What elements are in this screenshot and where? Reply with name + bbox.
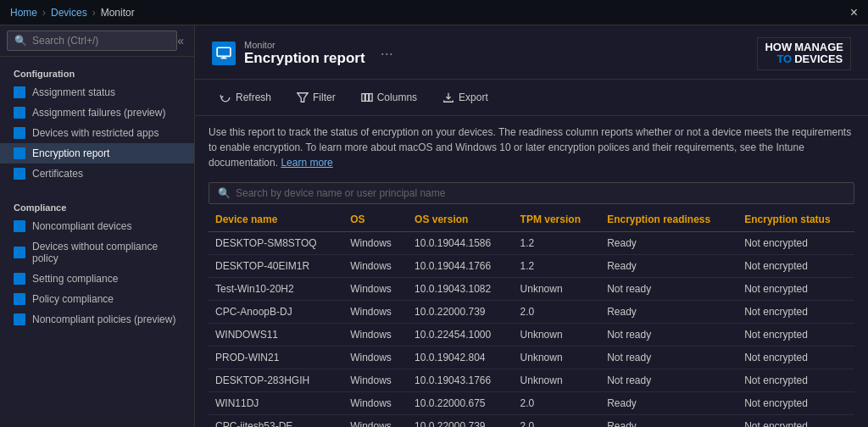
- table-row[interactable]: PROD-WIN21Windows10.0.19042.804UnknownNo…: [209, 346, 854, 369]
- table-row[interactable]: CPC-jitesh53-DEWindows10.0.22000.7392.0R…: [209, 414, 854, 427]
- sidebar-collapse-button[interactable]: «: [177, 34, 184, 47]
- col-header-os[interactable]: OS: [343, 208, 408, 232]
- cell-tpm_version: Unknown: [514, 369, 601, 391]
- sidebar-item-certificates[interactable]: Certificates: [0, 164, 194, 184]
- svg-rect-4: [362, 93, 365, 101]
- search-icon: 🔍: [14, 35, 27, 47]
- cell-os: Windows: [343, 391, 408, 414]
- refresh-button[interactable]: Refresh: [209, 86, 282, 108]
- cell-tpm_version: 1.2: [514, 254, 601, 277]
- nav-icon-devices-without-policy: [14, 247, 25, 258]
- svg-marker-3: [298, 92, 308, 102]
- info-text: Use this report to track the status of e…: [195, 116, 868, 177]
- cell-encryption_readiness: Ready: [600, 414, 737, 427]
- header-ellipsis[interactable]: ···: [381, 45, 393, 63]
- table-search-input[interactable]: [236, 187, 845, 199]
- table-search-icon: 🔍: [218, 187, 231, 199]
- cell-tpm_version: 1.2: [514, 231, 601, 254]
- sidebar-item-devices-without-policy[interactable]: Devices without compliance policy: [0, 236, 194, 269]
- cell-encryption_status: Not encrypted: [737, 323, 854, 346]
- cell-encryption_status: Not encrypted: [737, 391, 854, 414]
- filter-button[interactable]: Filter: [286, 86, 347, 108]
- export-icon: [442, 92, 454, 103]
- cell-device_name: CPC-AnoopB-DJ: [209, 300, 343, 323]
- breadcrumb-devices[interactable]: Devices: [51, 7, 87, 19]
- nav-icon-policy-compliance: [14, 293, 25, 305]
- header-text: Monitor Encryption report: [244, 40, 365, 67]
- nav-label-noncompliant-devices: Noncompliant devices: [32, 220, 131, 232]
- close-button[interactable]: ×: [850, 5, 858, 20]
- nav-label-setting-compliance: Setting compliance: [32, 273, 118, 285]
- cell-device_name: WIN11DJ: [209, 391, 343, 414]
- logo-to: TO: [776, 53, 792, 65]
- columns-button[interactable]: Columns: [350, 86, 428, 108]
- monitor-icon: [212, 42, 236, 65]
- content-header: Monitor Encryption report ··· HOW TO MAN…: [195, 25, 868, 80]
- main-content: Monitor Encryption report ··· HOW TO MAN…: [195, 25, 868, 427]
- table-container[interactable]: Device name OS OS version TPM version En…: [195, 208, 868, 427]
- cell-tpm_version: Unknown: [514, 323, 601, 346]
- svg-rect-0: [217, 48, 231, 57]
- breadcrumb-sep2: ›: [92, 7, 96, 19]
- cell-device_name: CPC-jitesh53-DE: [209, 414, 343, 427]
- cell-encryption_readiness: Ready: [600, 254, 737, 277]
- logo: HOW TO MANAGE DEVICES: [757, 37, 851, 70]
- table-row[interactable]: WINDOWS11Windows10.0.22454.1000UnknownNo…: [209, 323, 854, 346]
- export-label: Export: [459, 92, 488, 103]
- nav-icon-assignment-failures: [14, 107, 25, 119]
- nav-icon-encryption-report: [14, 147, 25, 159]
- sidebar-item-policy-compliance[interactable]: Policy compliance: [0, 289, 194, 309]
- nav-icon-setting-compliance: [14, 273, 25, 285]
- cell-encryption_status: Not encrypted: [737, 277, 854, 300]
- learn-more-link[interactable]: Learn more: [281, 157, 332, 169]
- col-header-encryption-status[interactable]: Encryption status: [737, 208, 854, 232]
- cell-os: Windows: [343, 300, 408, 323]
- nav-section-title-configuration: Configuration: [0, 64, 194, 82]
- table-row[interactable]: WIN11DJWindows10.0.22000.6752.0ReadyNot …: [209, 391, 854, 414]
- table-row[interactable]: Test-Win10-20H2Windows10.0.19043.1082Unk…: [209, 277, 854, 300]
- nav-label-devices-without-policy: Devices without compliance policy: [32, 241, 181, 264]
- cell-encryption_status: Not encrypted: [737, 300, 854, 323]
- col-header-encryption-readiness[interactable]: Encryption readiness: [600, 208, 737, 232]
- export-button[interactable]: Export: [431, 86, 499, 108]
- cell-os: Windows: [343, 414, 408, 427]
- toolbar: Refresh Filter Columns Export: [195, 80, 868, 116]
- sidebar-item-setting-compliance[interactable]: Setting compliance: [0, 269, 194, 289]
- table-row[interactable]: DESKTOP-283HGIHWindows10.0.19043.1766Unk…: [209, 369, 854, 391]
- cell-encryption_status: Not encrypted: [737, 414, 854, 427]
- sidebar-item-noncompliant-policies[interactable]: Noncompliant policies (preview): [0, 309, 194, 330]
- sidebar-item-noncompliant-devices[interactable]: Noncompliant devices: [0, 216, 194, 236]
- breadcrumb-monitor: Monitor: [101, 7, 135, 19]
- nav-label-assignment-failures: Assignment failures (preview): [32, 107, 165, 119]
- cell-device_name: DESKTOP-40EIM1R: [209, 254, 343, 277]
- refresh-icon: [220, 92, 231, 103]
- refresh-label: Refresh: [236, 92, 271, 103]
- cell-tpm_version: 2.0: [514, 391, 601, 414]
- sidebar-item-restricted-apps[interactable]: Devices with restricted apps: [0, 123, 194, 143]
- nav-icon-certificates: [14, 168, 25, 180]
- table-row[interactable]: CPC-AnoopB-DJWindows10.0.22000.7392.0Rea…: [209, 300, 854, 323]
- columns-icon: [361, 92, 373, 103]
- cell-os_version: 10.0.19043.1082: [408, 277, 514, 300]
- nav-label-noncompliant-policies: Noncompliant policies (preview): [32, 313, 175, 325]
- cell-os_version: 10.0.22454.1000: [408, 323, 514, 346]
- table-search-bar: 🔍: [209, 182, 854, 204]
- breadcrumb-home[interactable]: Home: [10, 7, 37, 19]
- sidebar-item-assignment-status[interactable]: Assignment status: [0, 82, 194, 103]
- header-title: Encryption report: [244, 50, 365, 67]
- col-header-tpm-version[interactable]: TPM version: [514, 208, 601, 232]
- cell-encryption_readiness: Ready: [600, 231, 737, 254]
- sidebar-item-encryption-report[interactable]: Encryption report: [0, 143, 194, 164]
- col-header-os-version[interactable]: OS version: [408, 208, 514, 232]
- sidebar-item-assignment-failures[interactable]: Assignment failures (preview): [0, 103, 194, 123]
- table-row[interactable]: DESKTOP-SM8STOQWindows10.0.19044.15861.2…: [209, 231, 854, 254]
- table-row[interactable]: DESKTOP-40EIM1RWindows10.0.19044.17661.2…: [209, 254, 854, 277]
- sidebar-search-input[interactable]: [32, 35, 170, 47]
- col-header-device-name[interactable]: Device name: [209, 208, 343, 232]
- cell-encryption_status: Not encrypted: [737, 254, 854, 277]
- cell-device_name: PROD-WIN21: [209, 346, 343, 369]
- cell-os_version: 10.0.19044.1586: [408, 231, 514, 254]
- table-header-row: Device name OS OS version TPM version En…: [209, 208, 854, 232]
- cell-encryption_readiness: Not ready: [600, 346, 737, 369]
- svg-rect-5: [365, 93, 369, 101]
